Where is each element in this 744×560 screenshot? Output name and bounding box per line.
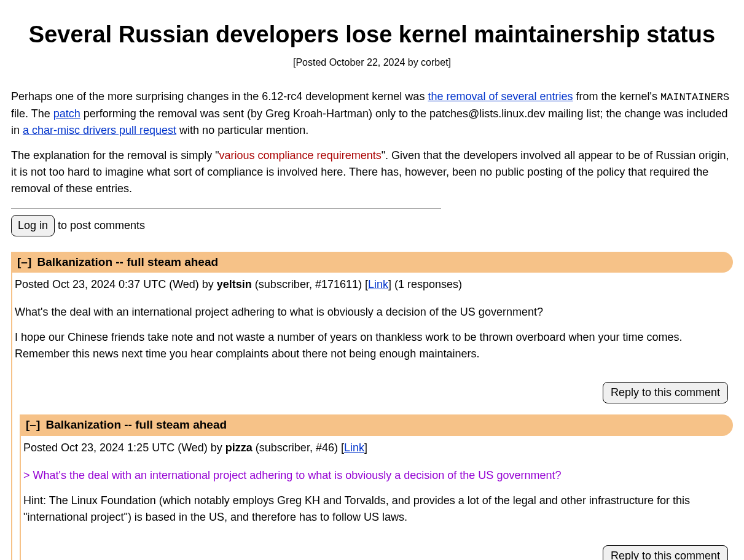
maintainers-code: MAINTAINERS xyxy=(660,91,729,103)
comment-title: Balkanization -- full steam ahead xyxy=(46,418,227,431)
comment-author: pizza xyxy=(225,441,253,454)
article-title: Several Russian developers lose kernel m… xyxy=(11,17,733,52)
comment-meta: Posted Oct 23, 2024 1:25 UTC (Wed) by pi… xyxy=(21,436,733,456)
link-removal-entries[interactable]: the removal of several entries xyxy=(428,90,573,103)
compliance-quote: various compliance requirements xyxy=(219,149,382,161)
article-paragraph-1: Perhaps one of the more surprising chang… xyxy=(11,88,733,139)
collapse-toggle[interactable]: [–] xyxy=(17,255,31,268)
comment: [–] Balkanization -- full steam ahead Po… xyxy=(20,414,733,560)
comment-meta: Posted Oct 23, 2024 0:37 UTC (Wed) by ye… xyxy=(12,273,733,293)
article-byline: [Posted October 22, 2024 by corbet] xyxy=(11,55,733,70)
comment-body: > What's the deal with an international … xyxy=(21,456,733,537)
comment-permalink[interactable]: Link xyxy=(368,278,388,290)
comment: [–] Balkanization -- full steam ahead Po… xyxy=(11,252,733,561)
divider xyxy=(11,208,441,209)
comment-author: yeltsin xyxy=(217,278,252,290)
comment-title: Balkanization -- full steam ahead xyxy=(37,255,219,268)
article-paragraph-2: The explanation for the removal is simpl… xyxy=(11,147,733,197)
comment-body: What's the deal with an international pr… xyxy=(12,293,733,373)
link-patch[interactable]: patch xyxy=(53,107,80,120)
comment-header: [–] Balkanization -- full steam ahead xyxy=(12,252,733,273)
reply-button[interactable]: Reply to this comment xyxy=(603,545,728,561)
comment-permalink[interactable]: Link xyxy=(344,441,364,454)
quoted-text: > What's the deal with an international … xyxy=(23,467,728,484)
link-pull-request[interactable]: a char-misc drivers pull request xyxy=(23,124,176,136)
comment-header: [–] Balkanization -- full steam ahead xyxy=(21,414,733,436)
collapse-toggle[interactable]: [–] xyxy=(26,418,40,431)
login-button[interactable]: Log in xyxy=(11,215,55,236)
reply-button[interactable]: Reply to this comment xyxy=(603,382,728,403)
login-prompt: Log in to post comments xyxy=(11,215,733,236)
